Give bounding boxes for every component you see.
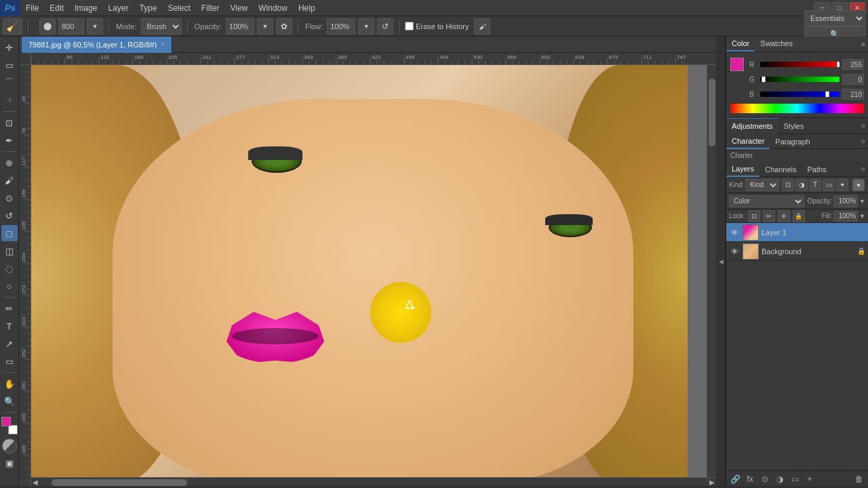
add-fx-btn[interactable]: fx	[744, 473, 756, 485]
layer-item-layer1[interactable]: 👁 Layer 1	[726, 223, 868, 242]
canvas-viewport[interactable]	[31, 65, 716, 477]
r-bar[interactable]	[760, 62, 840, 67]
menu-file[interactable]: File	[20, 0, 44, 16]
crop-tool[interactable]: ⊡	[1, 115, 18, 131]
clone-tool[interactable]: ⊙	[1, 190, 18, 206]
brush-size-dropdown[interactable]: ▼	[87, 18, 103, 35]
tab-layers[interactable]: Layers	[726, 162, 760, 177]
eraser-tool[interactable]: ◻	[1, 225, 18, 241]
layer-type-filter[interactable]: T	[809, 179, 821, 191]
selection-tool[interactable]: ▭	[1, 57, 18, 73]
opacity-value[interactable]: 100%	[833, 195, 858, 207]
eyedropper-tool[interactable]: ✒	[1, 132, 18, 148]
b-value[interactable]: 210	[842, 89, 864, 100]
opacity-input[interactable]	[226, 18, 254, 35]
add-link-btn[interactable]: 🔗	[729, 473, 741, 485]
add-mask-btn[interactable]: ⊙	[759, 473, 771, 485]
layer-item-background[interactable]: 👁 Background 🔒	[726, 242, 868, 261]
lock-pixels-btn[interactable]: ✏	[763, 210, 775, 222]
text-tool[interactable]: T	[1, 318, 18, 334]
hand-tool[interactable]: ✋	[1, 375, 18, 392]
layers-panel-menu[interactable]: ≡	[861, 165, 868, 173]
quick-mask-tool[interactable]	[2, 439, 17, 453]
background-visibility-eye[interactable]: 👁	[729, 246, 740, 257]
b-bar[interactable]	[760, 92, 840, 97]
pen-tool[interactable]: ✏	[1, 300, 18, 317]
brush-size-icon[interactable]: ⬤	[39, 18, 56, 35]
menu-image[interactable]: Image	[69, 0, 102, 16]
background-color-chip[interactable]	[8, 425, 18, 434]
adj-panel-menu[interactable]: ≡	[861, 122, 868, 129]
g-value[interactable]: 0	[842, 74, 864, 85]
opacity-dropdown[interactable]: ▼	[257, 18, 273, 35]
panel-collapse-button[interactable]: ◀	[716, 37, 726, 487]
workspace-select[interactable]: Essentials	[804, 10, 865, 26]
layer-filter-toggle[interactable]: ●	[852, 179, 865, 191]
eraser-tool-icon[interactable]: 🧹	[3, 18, 22, 35]
foreground-color-chip[interactable]	[1, 417, 11, 426]
fill-dropdown-arrow[interactable]: ▼	[859, 213, 865, 220]
layer1-visibility-eye[interactable]: 👁	[729, 227, 740, 238]
char-panel-menu[interactable]: ≡	[861, 138, 868, 145]
tab-paths[interactable]: Paths	[802, 162, 832, 177]
scrollbar-vertical[interactable]	[707, 65, 716, 477]
tab-close-btn[interactable]: ×	[161, 41, 165, 48]
layer-shape-filter[interactable]: ▭	[823, 179, 835, 191]
mode-select[interactable]: Brush	[141, 18, 182, 35]
menu-window[interactable]: Window	[253, 0, 293, 16]
foreground-color-swatch[interactable]	[730, 58, 744, 71]
delete-layer-btn[interactable]: 🗑	[853, 473, 865, 485]
tab-swatches[interactable]: Swatches	[755, 37, 798, 52]
fill-value[interactable]: 100%	[833, 211, 858, 222]
menu-filter[interactable]: Filter	[196, 0, 225, 16]
flow-input[interactable]	[327, 18, 355, 35]
tab-styles[interactable]: Styles	[778, 118, 810, 134]
color-panel-menu[interactable]: ≡	[861, 41, 865, 48]
document-tab[interactable]: 79881.jpg @ 60,5% (Layer 1, RGB/8#) ×	[22, 37, 172, 53]
r-thumb[interactable]	[837, 62, 840, 67]
screen-mode-tool[interactable]: ▣	[1, 455, 18, 471]
g-bar[interactable]	[760, 77, 840, 82]
lasso-tool[interactable]: ⌒	[1, 75, 18, 91]
shape-tool[interactable]: ▭	[1, 353, 18, 369]
g-thumb[interactable]	[762, 77, 766, 82]
spot-heal-tool[interactable]: ⊕	[1, 155, 18, 171]
r-value[interactable]: 255	[842, 59, 864, 70]
add-layer-btn[interactable]: +	[804, 473, 816, 485]
b-thumb[interactable]	[825, 92, 829, 97]
menu-select[interactable]: Select	[162, 0, 195, 16]
add-adjustment-btn[interactable]: ◑	[774, 473, 786, 485]
erase-to-history-checkbox[interactable]	[405, 22, 414, 30]
blend-mode-select[interactable]: Color	[729, 195, 804, 207]
layer-adj-filter[interactable]: ◑	[795, 179, 808, 191]
erase-to-history-label[interactable]: Erase to History	[405, 22, 469, 30]
scroll-right-btn[interactable]: ▶	[709, 479, 715, 486]
lock-all-btn[interactable]: 🔒	[793, 210, 805, 222]
path-select-tool[interactable]: ↗	[1, 336, 18, 352]
layer-pixel-filter[interactable]: ⊡	[782, 179, 794, 191]
scroll-thumb-v[interactable]	[709, 79, 715, 146]
extra-tool-btn[interactable]: 🖌	[474, 18, 490, 35]
menu-view[interactable]: View	[224, 0, 253, 16]
flow-dropdown[interactable]: ▼	[358, 18, 374, 35]
tab-paragraph[interactable]: Paragraph	[770, 134, 815, 149]
add-group-btn[interactable]: ▭	[789, 473, 801, 485]
layer-smart-filter[interactable]: ✦	[836, 179, 848, 191]
tab-character[interactable]: Character	[726, 134, 770, 149]
magic-wand-tool[interactable]: ⁖	[1, 92, 18, 108]
menu-type[interactable]: Type	[134, 0, 162, 16]
airbrush-toggle[interactable]: ✿	[276, 18, 292, 35]
blur-tool[interactable]: ◌	[1, 260, 18, 277]
menu-layer[interactable]: Layer	[102, 0, 134, 16]
tab-adjustments[interactable]: Adjustments	[726, 118, 778, 134]
kind-select[interactable]: Kind	[745, 179, 779, 191]
opacity-dropdown-arrow[interactable]: ▼	[859, 198, 865, 205]
brush-size-input[interactable]	[58, 18, 84, 35]
tab-channels[interactable]: Channels	[760, 162, 802, 177]
scroll-thumb-h[interactable]	[52, 479, 187, 486]
scroll-left-btn[interactable]: ◀	[33, 479, 38, 486]
tab-color[interactable]: Color	[726, 37, 755, 52]
gradient-tool[interactable]: ◫	[1, 243, 18, 259]
menu-help[interactable]: Help	[293, 0, 321, 16]
move-tool[interactable]: ✛	[1, 39, 18, 56]
